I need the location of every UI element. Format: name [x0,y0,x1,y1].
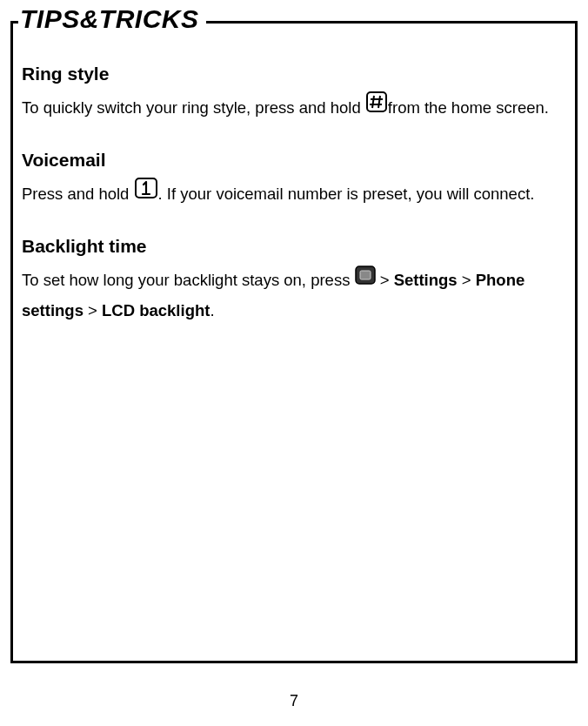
page-frame: TIPS&TRICKS Ring style To quickly switch… [10,21,578,663]
voicemail-text-2: . If your voicemail number is preset, yo… [158,185,535,203]
period: . [210,301,214,319]
voicemail-text-1: Press and hold [22,185,129,203]
section-voicemail: Voicemail Press and hold . If your voice… [22,146,552,210]
section-backlight: Backlight time To set how long your back… [22,232,552,326]
text-backlight: To set how long your backlight stays on,… [22,266,552,326]
heading-backlight: Backlight time [22,232,552,260]
text-voicemail: Press and hold . If your voicemail numbe… [22,179,552,211]
gt-3: > [84,301,102,319]
one-key-icon [134,178,158,208]
text-ring-style: To quickly switch your ring style, press… [22,93,552,124]
ring-text-1: To quickly switch your ring style, press… [22,98,361,117]
svg-rect-0 [367,92,386,111]
gt-2: > [458,271,476,289]
ring-text-2: from the home screen. [388,98,549,117]
svg-rect-7 [360,271,371,279]
backlight-text-1: To set how long your backlight stays on,… [22,271,355,289]
menu-key-icon [355,265,376,294]
heading-voicemail: Voicemail [22,146,552,174]
bold-lcd-backlight: LCD backlight [102,301,210,319]
section-ring-style: Ring style To quickly switch your ring s… [22,60,552,124]
page-number: 7 [0,692,588,710]
bold-settings: Settings [394,271,458,289]
gt-1: > [380,271,394,289]
hash-key-icon [365,91,388,122]
heading-ring-style: Ring style [22,60,552,88]
page-content: Ring style To quickly switch your ring s… [13,24,575,366]
page-title: TIPS&TRICKS [18,4,206,34]
